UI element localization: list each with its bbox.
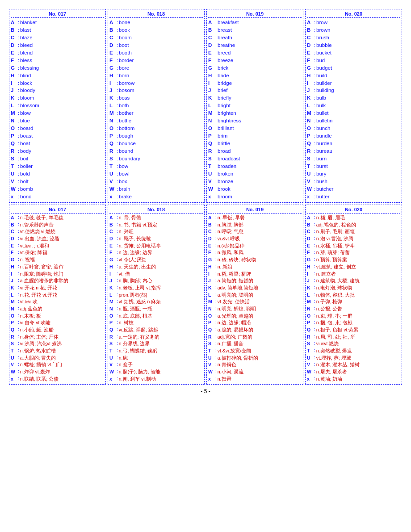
def-letter: R — [307, 334, 313, 340]
word-text: born — [119, 72, 129, 80]
def-row: D:vi.出血, 流血; 泌脂 — [11, 235, 104, 243]
def-text: vt.&vi.吹 — [20, 298, 104, 305]
def-letter: S — [11, 340, 17, 347]
def-row: S:vi.沸腾; 汽化vt.煮沸 — [11, 340, 104, 348]
def-separator: : — [314, 264, 315, 270]
def-text: n.预算, 预算案 — [316, 256, 400, 263]
word-letter: D — [11, 42, 17, 49]
def-row: O:n.底, 底部, 根基 — [109, 312, 203, 319]
def-row: R:a.一定的; 有义务的 — [109, 333, 203, 340]
def-letter: W — [109, 369, 116, 375]
word-text: brim — [218, 132, 227, 140]
def-text: a. 天生的; 出生的 — [119, 264, 203, 270]
def-separator: : — [18, 292, 19, 298]
word-text: butcher — [316, 185, 333, 193]
def-separator: : — [117, 214, 118, 221]
def-text: n.广播, 播音 — [218, 340, 302, 347]
def-separator: : — [314, 369, 315, 375]
word-separator: : — [314, 87, 315, 94]
def-text: n.胸, 胸部; 内心 — [119, 277, 203, 284]
def-separator: : — [215, 361, 217, 368]
def-row: F:n.芽, 萌芽; 蓓蕾 — [307, 249, 400, 256]
word-separator: : — [314, 27, 315, 34]
def-letter: E — [307, 243, 313, 249]
def-separator: : — [18, 243, 19, 249]
def-row: I:n.桥, 桥梁; 桥牌 — [208, 270, 302, 277]
def-row: C:n.刷子, 毛刷; 画笔 — [307, 228, 400, 235]
def-text: adj.蓝色的 — [20, 306, 104, 312]
word-separator: : — [18, 171, 19, 178]
def-row: P:vi.自夸 vt.吹嘘 — [11, 319, 104, 327]
word-row: N:bulletin — [307, 117, 400, 125]
def-row: R:n.局, 司, 处; 社, 所 — [307, 333, 400, 340]
def-letter: O — [109, 313, 116, 319]
def-row: W:n.小河, 溪流 — [208, 369, 302, 376]
def-separator: : — [18, 313, 19, 319]
def-letter: E — [208, 243, 214, 249]
word-separator: : — [314, 163, 315, 170]
word-text: bright — [218, 102, 231, 109]
word-letter: C — [307, 34, 313, 42]
def-row: B:n.管乐器的声音 — [11, 221, 104, 228]
word-row: H:build — [307, 72, 400, 80]
def-letter: W — [208, 369, 214, 375]
word-text: block — [20, 80, 32, 87]
word-text: boast — [20, 132, 33, 140]
word-separator: : — [215, 178, 217, 185]
word-separator: : — [18, 133, 19, 140]
word-grid: No. 017A:blanketB:blastC:blazeD:bleedE:b… — [9, 9, 402, 203]
word-row: I:builder — [307, 80, 400, 87]
def-row: M:vt.烦扰, 迷惑 n.麻烦 — [109, 298, 203, 306]
def-separator: : — [215, 214, 217, 221]
word-letter: C — [208, 34, 214, 42]
word-row: H:blind — [11, 72, 104, 80]
def-letter: K — [11, 285, 17, 291]
word-row: F:bud — [307, 57, 400, 64]
def-separator: : — [117, 376, 118, 382]
def-separator: : — [314, 361, 315, 368]
def-text: n.阻塞; 障碍物; 炮门 — [20, 271, 104, 277]
word-box-title-1: No. 018 — [109, 11, 203, 18]
word-separator: : — [215, 133, 217, 140]
word-letter: V — [11, 178, 17, 185]
word-separator: : — [18, 125, 19, 132]
word-text: building — [316, 87, 334, 94]
word-separator: : — [215, 110, 217, 117]
word-separator: : — [215, 193, 217, 201]
word-row: M:blow — [11, 109, 104, 117]
def-row: C:vt.使燃烧 vi.燃烧 — [11, 228, 104, 235]
def-separator: : — [117, 222, 118, 228]
word-letter: W — [208, 185, 214, 193]
word-row: D:boot — [109, 42, 203, 49]
def-row: H:n.百叶窗; 窗帘; 遮帘 — [11, 263, 104, 270]
word-row: F:breeze — [208, 57, 302, 64]
word-box-title-2: No. 019 — [208, 11, 302, 18]
word-separator: : — [117, 178, 118, 185]
word-letter: x — [11, 193, 17, 201]
def-text: n.局, 司, 处; 社, 所 — [316, 334, 400, 340]
def-text: n.捆, 包, 束; 包袱 — [316, 319, 400, 326]
word-text: broaden — [218, 163, 236, 170]
word-row: J:brief — [208, 87, 302, 94]
def-letter: B — [208, 222, 214, 228]
word-text: bloom — [20, 94, 34, 102]
word-text: blind — [20, 72, 31, 80]
word-letter: J — [208, 87, 214, 94]
word-letter: I — [307, 80, 313, 87]
def-text: a.简短的; 短暂的 — [218, 277, 302, 284]
def-letter: L — [307, 292, 313, 298]
word-letter: G — [307, 64, 313, 72]
word-letter: R — [11, 147, 17, 155]
def-box-title-3: No. 020 — [307, 207, 400, 214]
def-row: O:n.束, 球, 串; 一群 — [307, 312, 400, 319]
def-text: a.光辉的; 卓越的 — [218, 313, 302, 319]
word-row: W:butcher — [307, 185, 400, 193]
def-row: I:n. 建立者 — [307, 270, 400, 277]
def-letter: I — [307, 271, 313, 277]
def-text: adj.褐色的, 棕色的 — [316, 222, 400, 228]
word-letter: F — [11, 57, 17, 64]
word-letter: O — [208, 125, 214, 132]
def-letter: L — [109, 292, 116, 298]
def-row: T:n.突然破裂; 爆发 — [307, 348, 400, 355]
word-row: P:boast — [11, 132, 104, 140]
